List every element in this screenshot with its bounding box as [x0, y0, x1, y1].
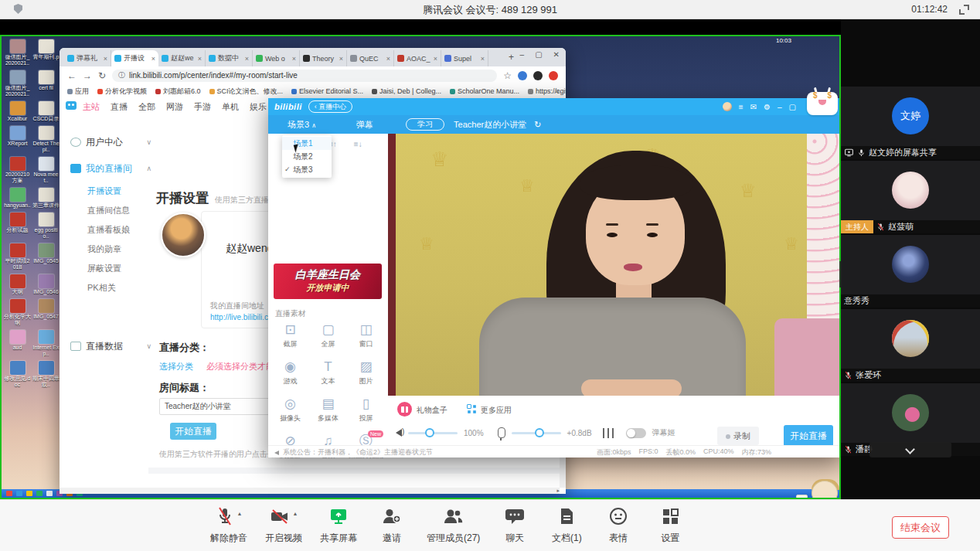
- taskbar-app-icon[interactable]: [6, 491, 12, 496]
- bookmarks-overflow-icon[interactable]: »: [555, 87, 560, 95]
- bookmark-star-icon[interactable]: ☆: [503, 70, 512, 81]
- desktop-icon[interactable]: IMG_0547: [32, 299, 60, 326]
- sort-down-icon[interactable]: ≡↓: [354, 140, 362, 148]
- start-live-button[interactable]: 开始直播: [170, 423, 216, 440]
- gear-icon[interactable]: ⚙: [764, 103, 771, 111]
- choose-category-link[interactable]: 选择分类: [159, 362, 193, 371]
- sidebar-menu-item[interactable]: 我的勋章: [87, 240, 151, 259]
- material-item[interactable]: ▯ 投屏: [347, 395, 385, 432]
- tab-close-icon[interactable]: ×: [339, 55, 343, 63]
- back-to-center-button[interactable]: ‹ 直播中心: [308, 100, 353, 113]
- mic-icon[interactable]: [498, 427, 505, 438]
- emoji-button[interactable]: 表情: [601, 506, 635, 545]
- material-item[interactable]: ◉ 游戏: [271, 358, 309, 395]
- browser-tab[interactable]: 弹幕礼 ×: [64, 50, 111, 66]
- back-icon[interactable]: ←: [67, 70, 77, 81]
- sidebar-group-user-center[interactable]: 用户中心 ∨: [70, 129, 151, 155]
- participant-tile[interactable]: 主持人 赵菠萌: [841, 161, 980, 233]
- browser-tab[interactable]: Theory ×: [300, 50, 347, 66]
- go-live-button[interactable]: 开始直播: [784, 425, 833, 447]
- material-item[interactable]: ⊡ 截屏: [271, 321, 309, 358]
- taskbar-app-icon[interactable]: [46, 491, 53, 496]
- danmaku-toggle[interactable]: [626, 428, 646, 438]
- taskbar-app-icon[interactable]: [36, 491, 43, 496]
- menu-icon[interactable]: ≡: [739, 103, 744, 111]
- desktop-icon[interactable]: egg positio..: [32, 213, 60, 240]
- category-tag-pill[interactable]: 学习: [406, 118, 444, 131]
- bookmark-item[interactable]: Jaisi, Deb | Colleg...: [372, 87, 441, 95]
- refresh-icon[interactable]: ↻: [534, 120, 541, 130]
- sidebar-menu-item[interactable]: 直播看板娘: [87, 220, 151, 240]
- desktop-icon[interactable]: 分析化学大纲: [4, 299, 31, 326]
- minimize-icon[interactable]: –: [520, 50, 525, 59]
- bili-nav-item[interactable]: 网游: [166, 101, 183, 113]
- sidebar-group-live-data[interactable]: 直播数据 ∨: [70, 333, 151, 359]
- taskbar-app-icon[interactable]: [16, 491, 22, 496]
- desktop-icon[interactable]: 修改意见.doc: [4, 361, 31, 388]
- sidebar-group-my-liveroom[interactable]: 我的直播间 ∧: [70, 155, 151, 182]
- browser-tab[interactable]: Web o ×: [253, 50, 300, 66]
- extension-icon[interactable]: [518, 71, 527, 80]
- mic-gain-slider[interactable]: [512, 432, 561, 434]
- bookmark-item[interactable]: 分析化学视频: [97, 87, 147, 97]
- bookmark-item[interactable]: SCI论文润色、修改...: [209, 87, 284, 97]
- tab-close-icon[interactable]: ×: [292, 55, 296, 63]
- scene-option[interactable]: 场景2: [282, 150, 332, 163]
- event-banner[interactable]: 白羊座生日会 开放申请中: [274, 264, 382, 299]
- desktop-icon[interactable]: 大纲: [4, 274, 31, 295]
- desktop-icon[interactable]: Internet Exp..: [32, 330, 60, 357]
- unmute-button[interactable]: ▲ 解除静音: [210, 506, 247, 545]
- browser-tab[interactable]: 开播设 ×: [111, 50, 158, 66]
- browser-tab[interactable]: QuEC ×: [347, 50, 394, 66]
- desktop-icon[interactable]: cert fil: [32, 70, 60, 97]
- more-apps-icon[interactable]: [467, 404, 475, 413]
- bili-nav-item[interactable]: 单机: [222, 101, 239, 113]
- bili-nav-item[interactable]: 全部: [138, 101, 155, 113]
- desktop-icon[interactable]: CSCD目录: [32, 101, 60, 122]
- tab-close-icon[interactable]: ×: [151, 55, 155, 63]
- desktop-icon[interactable]: XReport: [4, 126, 31, 153]
- fullscreen-toggle-icon[interactable]: [959, 5, 969, 15]
- desktop-icon[interactable]: Detect Thepl..: [32, 126, 60, 153]
- tab-close-icon[interactable]: ×: [481, 55, 485, 63]
- new-tab-button[interactable]: +: [509, 52, 514, 63]
- tab-close-icon[interactable]: ×: [245, 55, 249, 63]
- caret-up-icon[interactable]: ▲: [293, 511, 298, 516]
- share-screen-button[interactable]: 共享屏幕: [320, 506, 357, 545]
- docs-button[interactable]: 文档(1): [550, 506, 584, 545]
- profile-avatar[interactable]: [533, 71, 543, 80]
- bili-nav-item[interactable]: 直播: [111, 101, 128, 113]
- bookmark-item[interactable]: https://cgifederal...: [528, 87, 566, 95]
- material-item[interactable]: ◎ 摄像头: [271, 395, 309, 432]
- desktop-icon[interactable]: 微信图片_2020021..: [4, 70, 31, 97]
- scene-option[interactable]: 场景1: [282, 137, 332, 150]
- material-item[interactable]: ▢ 全屏: [309, 321, 347, 358]
- desktop-icon[interactable]: aud: [4, 330, 31, 357]
- minimize-icon[interactable]: –: [778, 103, 782, 111]
- material-item[interactable]: ◫ 窗口: [347, 321, 385, 358]
- material-item[interactable]: T 文本: [309, 358, 347, 395]
- taskbar-app-icon[interactable]: [26, 491, 32, 496]
- participant-tile[interactable]: 意秀秀: [841, 235, 980, 308]
- desktop-icon[interactable]: hangyuan..: [4, 188, 31, 209]
- browser-tab[interactable]: AOAC_ ×: [394, 50, 441, 66]
- invite-button[interactable]: 邀请: [375, 506, 409, 545]
- desktop-icon[interactable]: 青年期刊.p: [32, 39, 60, 66]
- horizontal-scrollbar[interactable]: ▸: [60, 488, 560, 494]
- close-icon[interactable]: ✕: [553, 50, 560, 59]
- desktop-pet-widget[interactable]: 中半: [796, 479, 841, 499]
- reload-icon[interactable]: ↻: [98, 70, 106, 81]
- sidebar-menu-item[interactable]: 屏蔽设置: [87, 259, 151, 278]
- desktop-icon[interactable]: 期末十四章双..: [32, 361, 60, 388]
- desktop-icon[interactable]: Xcalibur: [4, 101, 31, 122]
- desktop-icon[interactable]: 微信图片_2020021..: [4, 39, 31, 66]
- browser-tab[interactable]: 数据中 ×: [206, 50, 253, 66]
- sidebar-menu-item[interactable]: 直播间信息: [87, 201, 151, 220]
- desktop-icon[interactable]: 平时成绩2018: [4, 243, 31, 270]
- material-item[interactable]: ▤ 多媒体: [309, 395, 347, 432]
- bili-nav-item[interactable]: 手游: [194, 101, 211, 113]
- tab-close-icon[interactable]: ×: [198, 55, 202, 63]
- tab-close-icon[interactable]: ×: [386, 55, 390, 63]
- scene-selector[interactable]: 场景3 ∧: [288, 119, 316, 131]
- desktop-icon[interactable]: 分析试题: [4, 213, 31, 240]
